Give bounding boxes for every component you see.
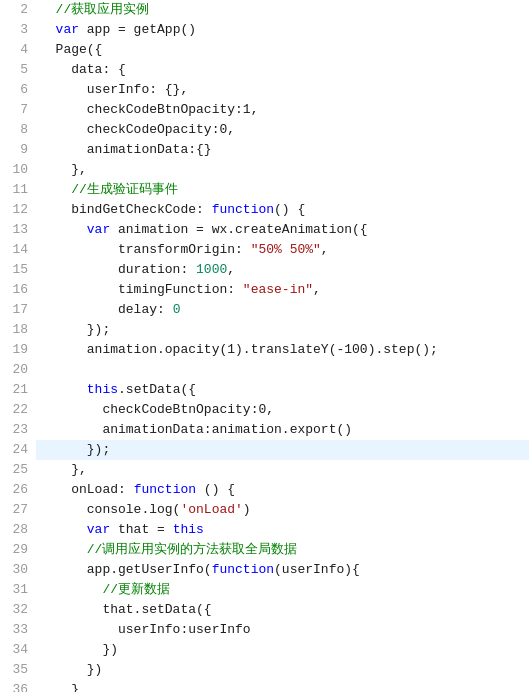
code-token: app.getUserInfo( bbox=[40, 562, 212, 577]
code-row: 35 }) bbox=[0, 660, 529, 680]
line-content: }) bbox=[36, 660, 529, 680]
line-number: 5 bbox=[0, 60, 36, 80]
line-number: 25 bbox=[0, 460, 36, 480]
code-token: , bbox=[227, 262, 235, 277]
code-row: 19 animation.opacity(1).translateY(-100)… bbox=[0, 340, 529, 360]
code-token: data: { bbox=[40, 62, 126, 77]
line-number: 28 bbox=[0, 520, 36, 540]
code-token: checkCodeOpacity:0, bbox=[40, 122, 235, 137]
line-number: 11 bbox=[0, 180, 36, 200]
line-number: 4 bbox=[0, 40, 36, 60]
line-number: 16 bbox=[0, 280, 36, 300]
code-row: 9 animationData:{} bbox=[0, 140, 529, 160]
line-number: 2 bbox=[0, 0, 36, 20]
code-token: 'onLoad' bbox=[180, 502, 242, 517]
code-token: 1000 bbox=[196, 262, 227, 277]
code-row: 11 //生成验证码事件 bbox=[0, 180, 529, 200]
line-content: this.setData({ bbox=[36, 380, 529, 400]
code-token: onLoad: bbox=[40, 482, 134, 497]
code-row: 10 }, bbox=[0, 160, 529, 180]
code-token: userInfo: {}, bbox=[40, 82, 188, 97]
code-token: animation = wx.createAnimation({ bbox=[110, 222, 367, 237]
code-token bbox=[40, 222, 87, 237]
code-token: () { bbox=[196, 482, 235, 497]
code-token: checkCodeBtnOpacity:0, bbox=[40, 402, 274, 417]
code-token: that = bbox=[110, 522, 172, 537]
code-token: delay: bbox=[40, 302, 173, 317]
line-content: delay: 0 bbox=[36, 300, 529, 320]
line-content: }) bbox=[36, 640, 529, 660]
code-token bbox=[40, 522, 87, 537]
line-number: 7 bbox=[0, 100, 36, 120]
code-row: 13 var animation = wx.createAnimation({ bbox=[0, 220, 529, 240]
code-row: 22 checkCodeBtnOpacity:0, bbox=[0, 400, 529, 420]
code-token: this bbox=[87, 382, 118, 397]
line-number: 23 bbox=[0, 420, 36, 440]
line-content: var animation = wx.createAnimation({ bbox=[36, 220, 529, 240]
code-token bbox=[40, 382, 87, 397]
code-token: animationData:animation.export() bbox=[40, 422, 352, 437]
line-number: 27 bbox=[0, 500, 36, 520]
line-number: 33 bbox=[0, 620, 36, 640]
code-row: 4 Page({ bbox=[0, 40, 529, 60]
line-number: 24 bbox=[0, 440, 36, 460]
code-token: }, bbox=[40, 462, 87, 477]
line-number: 18 bbox=[0, 320, 36, 340]
line-content: animationData:animation.export() bbox=[36, 420, 529, 440]
line-content: userInfo:userInfo bbox=[36, 620, 529, 640]
code-row: 21 this.setData({ bbox=[0, 380, 529, 400]
line-number: 35 bbox=[0, 660, 36, 680]
code-token: //生成验证码事件 bbox=[40, 182, 178, 197]
code-token: function bbox=[134, 482, 196, 497]
code-row: 29 //调用应用实例的方法获取全局数据 bbox=[0, 540, 529, 560]
code-row: 18 }); bbox=[0, 320, 529, 340]
code-token: .setData({ bbox=[118, 382, 196, 397]
code-token: that.setData({ bbox=[40, 602, 212, 617]
line-content: bindGetCheckCode: function() { bbox=[36, 200, 529, 220]
line-content: //调用应用实例的方法获取全局数据 bbox=[36, 540, 529, 560]
line-content: data: { bbox=[36, 60, 529, 80]
line-number: 13 bbox=[0, 220, 36, 240]
code-row: 14 transformOrigin: "50% 50%", bbox=[0, 240, 529, 260]
line-content: timingFunction: "ease-in", bbox=[36, 280, 529, 300]
line-number: 10 bbox=[0, 160, 36, 180]
line-number: 9 bbox=[0, 140, 36, 160]
code-token: Page({ bbox=[40, 42, 102, 57]
code-token: animationData:{} bbox=[40, 142, 212, 157]
code-token: () { bbox=[274, 202, 305, 217]
code-token: } bbox=[40, 682, 79, 692]
code-row: 30 app.getUserInfo(function(userInfo){ bbox=[0, 560, 529, 580]
line-number: 36 bbox=[0, 680, 36, 692]
code-row: 27 console.log('onLoad') bbox=[0, 500, 529, 520]
code-row: 28 var that = this bbox=[0, 520, 529, 540]
code-token: duration: bbox=[40, 262, 196, 277]
code-token: "50% 50%" bbox=[251, 242, 321, 257]
code-token: }) bbox=[40, 662, 102, 677]
line-content: }); bbox=[36, 320, 529, 340]
code-row: 20 bbox=[0, 360, 529, 380]
code-token: bindGetCheckCode: bbox=[40, 202, 212, 217]
line-number: 17 bbox=[0, 300, 36, 320]
code-token: app = getApp() bbox=[79, 22, 196, 37]
line-content: animation.opacity(1).translateY(-100).st… bbox=[36, 340, 529, 360]
code-row: 3 var app = getApp() bbox=[0, 20, 529, 40]
code-row: 2 //获取应用实例 bbox=[0, 0, 529, 20]
code-token: userInfo:userInfo bbox=[40, 622, 251, 637]
line-number: 20 bbox=[0, 360, 36, 380]
code-row: 24 }); bbox=[0, 440, 529, 460]
line-content: Page({ bbox=[36, 40, 529, 60]
code-token: function bbox=[212, 202, 274, 217]
code-token: checkCodeBtnOpacity:1, bbox=[40, 102, 258, 117]
line-content: userInfo: {}, bbox=[36, 80, 529, 100]
code-token: "ease-in" bbox=[243, 282, 313, 297]
code-token: //获取应用实例 bbox=[40, 2, 149, 17]
code-token: 0 bbox=[173, 302, 181, 317]
code-token: transformOrigin: bbox=[40, 242, 251, 257]
line-content: //获取应用实例 bbox=[36, 0, 529, 20]
line-content: checkCodeOpacity:0, bbox=[36, 120, 529, 140]
code-row: 33 userInfo:userInfo bbox=[0, 620, 529, 640]
line-number: 32 bbox=[0, 600, 36, 620]
code-token: (userInfo){ bbox=[274, 562, 360, 577]
line-content: } bbox=[36, 680, 529, 692]
line-number: 22 bbox=[0, 400, 36, 420]
